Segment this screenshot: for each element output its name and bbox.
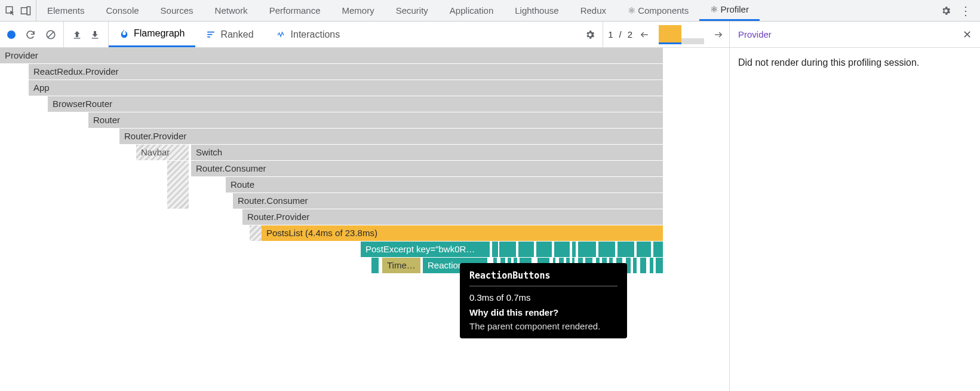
sidebar-body: Did not render during this profiling ses… — [738, 57, 972, 68]
devtools-tab--profiler[interactable]: ⚛ Profiler — [699, 0, 760, 21]
svg-rect-2 — [27, 7, 30, 15]
flame-bar[interactable] — [598, 242, 615, 257]
devtools-tab-console[interactable]: Console — [96, 0, 150, 21]
flame-bar[interactable] — [536, 242, 552, 257]
flame-bar[interactable] — [653, 242, 663, 257]
commit-bar-chart[interactable] — [656, 25, 706, 44]
tab-ranked-label: Ranked — [220, 29, 253, 40]
svg-rect-5 — [74, 38, 81, 38]
clear-icon[interactable] — [45, 29, 56, 40]
flame-bar[interactable]: Provider — [0, 48, 663, 63]
flame-bar[interactable]: BrowserRouter — [48, 96, 663, 112]
next-commit-icon[interactable] — [712, 30, 724, 39]
flame-bar[interactable] — [656, 258, 663, 273]
svg-rect-9 — [208, 36, 211, 37]
tooltip-title: ReactionButtons — [469, 270, 618, 286]
flame-hatch — [167, 161, 189, 209]
flame-bar[interactable] — [518, 242, 534, 257]
download-icon[interactable] — [90, 30, 100, 39]
svg-rect-1 — [21, 7, 27, 14]
flame-bar[interactable]: PostExcerpt key="bwk0R… — [361, 242, 490, 257]
flame-bar[interactable]: PostsList (4.4ms of 23.8ms) — [262, 225, 663, 241]
flame-bar[interactable] — [637, 242, 651, 257]
reload-icon[interactable] — [25, 29, 36, 40]
upload-icon[interactable] — [72, 30, 82, 39]
tab-flamegraph-label: Flamegraph — [134, 28, 185, 39]
flame-tooltip: ReactionButtons 0.3ms of 0.7ms Why did t… — [460, 263, 627, 338]
record-icon[interactable] — [7, 30, 16, 39]
devtools-tab-application[interactable]: Application — [439, 0, 504, 21]
flame-bar[interactable]: Router.Provider — [119, 129, 663, 144]
more-icon[interactable]: ⋮ — [960, 4, 972, 18]
devtools-tab-memory[interactable]: Memory — [331, 0, 385, 21]
flame-bar[interactable] — [554, 242, 570, 257]
flame-bar[interactable]: Switch — [191, 145, 663, 160]
devtools-tab-sources[interactable]: Sources — [150, 0, 204, 21]
settings-icon[interactable] — [941, 5, 951, 16]
flame-bar[interactable] — [499, 242, 516, 257]
tab-interactions[interactable]: Interactions — [265, 22, 351, 47]
flame-bar[interactable]: Router.Provider — [242, 209, 663, 225]
devtools-tab-network[interactable]: Network — [204, 0, 259, 21]
flame-bar[interactable]: Router — [88, 112, 663, 128]
flame-bar[interactable]: ReactRedux.Provider — [29, 64, 663, 80]
prev-commit-icon[interactable] — [638, 30, 650, 39]
flame-bar[interactable] — [618, 242, 634, 257]
flame-bar[interactable] — [371, 258, 379, 273]
tooltip-reason: The parent component rendered. — [469, 321, 618, 331]
devtools-tab-redux[interactable]: Redux — [570, 0, 617, 21]
device-toolbar-icon[interactable] — [20, 5, 31, 16]
profiler-settings-icon[interactable] — [577, 29, 603, 40]
flame-bar[interactable] — [633, 258, 637, 273]
ranked-icon — [206, 30, 216, 39]
devtools-tab-elements[interactable]: Elements — [36, 0, 96, 21]
sidebar-title: Provider — [738, 29, 772, 39]
devtools-tab-performance[interactable]: Performance — [259, 0, 331, 21]
devtools-tabs: ElementsConsoleSourcesNetworkPerformance… — [36, 0, 932, 21]
tab-interactions-label: Interactions — [291, 29, 340, 40]
inspect-element-icon[interactable] — [5, 5, 16, 16]
flame-bar[interactable]: App — [29, 80, 663, 96]
interactions-icon — [275, 31, 286, 38]
commit-sep: / — [619, 29, 621, 39]
devtools-tab--components[interactable]: ⚛ Components — [617, 0, 699, 21]
flame-bar[interactable] — [572, 242, 576, 257]
flame-bar[interactable]: Route — [226, 177, 663, 193]
svg-rect-8 — [208, 33, 213, 35]
flame-bar[interactable]: TimeA… — [382, 258, 420, 273]
tooltip-timing: 0.3ms of 0.7ms — [469, 292, 618, 303]
flame-icon — [119, 28, 129, 39]
devtools-tab-security[interactable]: Security — [385, 0, 439, 21]
tab-flamegraph[interactable]: Flamegraph — [109, 22, 195, 47]
tab-ranked[interactable]: Ranked — [195, 22, 264, 47]
svg-rect-7 — [208, 31, 215, 32]
flame-bar[interactable]: Router.Consumer — [233, 193, 663, 209]
commit-total: 2 — [628, 29, 632, 39]
flamegraph-panel[interactable]: ProviderReactRedux.ProviderAppBrowserRou… — [0, 48, 729, 391]
flame-hatch — [250, 225, 262, 241]
flame-bar[interactable]: Navbar — [136, 145, 189, 160]
flame-bar[interactable] — [640, 258, 646, 273]
sidebar-panel: Did not render during this profiling ses… — [729, 48, 980, 391]
flame-bar[interactable]: Router.Consumer — [191, 161, 663, 176]
svg-line-4 — [48, 31, 54, 38]
close-icon[interactable]: ✕ — [963, 28, 972, 41]
devtools-tab-lighthouse[interactable]: Lighthouse — [504, 0, 569, 21]
flame-bar[interactable] — [492, 242, 498, 257]
flame-bar[interactable] — [578, 242, 596, 257]
flame-bar[interactable] — [650, 258, 653, 273]
tooltip-why: Why did this render? — [469, 307, 618, 317]
commit-current: 1 — [608, 29, 613, 39]
svg-rect-6 — [92, 38, 99, 38]
